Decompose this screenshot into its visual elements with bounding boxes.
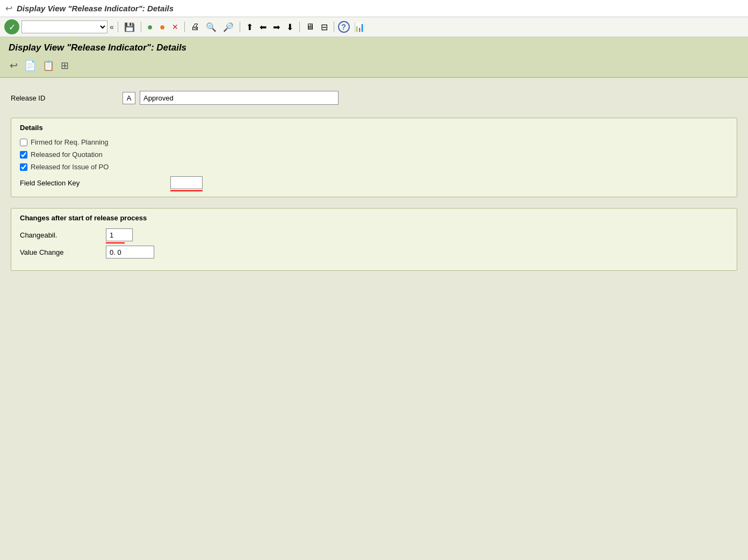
green-check-button[interactable]: ✓ [4,19,19,34]
screen-button[interactable]: 🖥 [304,21,317,33]
forward-button[interactable]: ● [157,20,168,34]
double-arrow-icon[interactable]: « [110,23,114,31]
changeabil-row: Changeabil. [20,228,728,241]
content-area: Display View "Release Indicator": Detail… [0,37,748,295]
firmed-req-planning-checkbox[interactable] [20,139,27,146]
title-bar-nav-icon: ↩ [5,3,12,13]
find-button[interactable]: 🔍 [204,21,219,33]
field-selection-key-wrapper [170,176,203,189]
checkbox-released-po-row: Released for Issue of PO [20,163,728,171]
nav-next-button[interactable]: ➡ [271,21,282,33]
separator-1 [118,21,118,32]
changeabil-underline [106,242,125,243]
checkbox-firmed-row: Firmed for Req. Planning [20,138,728,146]
changeabil-wrapper [106,228,133,241]
released-po-checkbox[interactable] [20,163,27,171]
view-header: Display View "Release Indicator": Detail… [0,37,748,78]
save-button[interactable]: 💾 [122,21,137,33]
changeabil-label: Changeabil. [20,231,106,239]
checkbox-released-quotation-row: Released for Quotation [20,150,728,159]
separator-3 [184,21,185,32]
details-section: Details Firmed for Req. Planning Release… [11,118,737,197]
title-bar: ↩ Display View "Release Indicator": Deta… [0,0,748,17]
value-change-label: Value Change [20,248,106,256]
toolbar: ✓ « 💾 ● ● ✕ 🖨 🔍 🔎 ⬆ ⬅ ➡ ⬇ 🖥 ⊟ ? 📊 [0,17,748,37]
view-new-button[interactable]: 📄 [23,59,37,73]
changeabil-input[interactable] [106,228,133,241]
released-po-label: Released for Issue of PO [31,163,109,171]
release-id-input[interactable] [140,91,339,105]
release-id-row: Release ID A [11,91,737,105]
view-title: Display View "Release Indicator": Detail… [9,42,739,53]
released-quotation-checkbox[interactable] [20,151,27,159]
back-button[interactable]: ● [145,20,155,34]
details-title: Details [20,124,728,133]
release-id-prefix: A [123,92,135,104]
field-selection-key-row: Field Selection Key [20,176,728,189]
separator-2 [141,21,141,32]
field-selection-key-underline [170,190,203,191]
help-button[interactable]: ? [338,21,350,33]
command-input[interactable] [21,20,107,33]
separator-4 [240,21,240,32]
value-change-input[interactable] [106,246,154,259]
release-id-label: Release ID [11,94,118,102]
view-toolbar: ↩ 📄 📋 ⊞ [9,59,739,73]
firmed-req-planning-label: Firmed for Req. Planning [31,138,109,146]
released-quotation-label: Released for Quotation [31,150,103,159]
changes-title: Changes after start of release process [20,214,728,222]
view-undo-button[interactable]: ↩ [9,59,19,73]
title-bar-text: Display View "Release Indicator": Detail… [17,4,174,13]
find-next-button[interactable]: 🔎 [221,21,236,33]
nav-last-button[interactable]: ⬇ [284,21,296,33]
field-selection-key-label: Field Selection Key [20,179,170,187]
field-selection-key-input[interactable] [170,176,203,189]
window-button[interactable]: ⊟ [319,21,330,33]
form-content: Release ID A Details Firmed for Req. Pla… [0,78,748,295]
value-change-row: Value Change [20,246,728,259]
chart-button[interactable]: 📊 [352,21,367,33]
view-copy-button[interactable]: 📋 [41,59,55,73]
value-change-wrapper [106,246,154,259]
view-table-button[interactable]: ⊞ [60,59,70,73]
cancel-button[interactable]: ✕ [170,21,181,32]
print-button[interactable]: 🖨 [189,21,202,33]
changes-section: Changes after start of release process C… [11,208,737,271]
nav-first-button[interactable]: ⬆ [244,21,255,33]
separator-6 [334,21,334,32]
separator-5 [299,21,300,32]
nav-prev-button[interactable]: ⬅ [257,21,269,33]
